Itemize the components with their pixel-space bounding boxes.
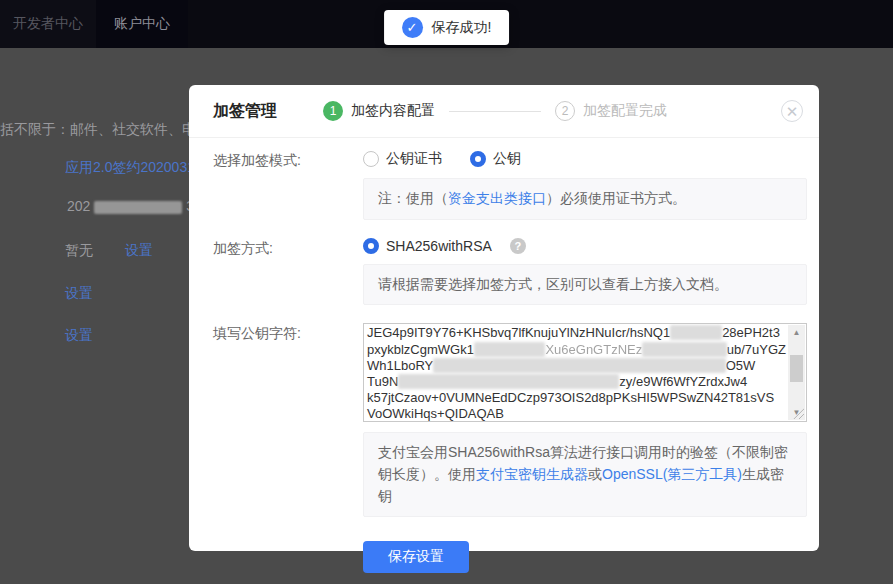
dialog-body: 选择加签模式: 公钥证书 公钥 注：使用（资金支出类接口）必须使用证书方式。 加…	[189, 138, 819, 573]
save-settings-button[interactable]: 保存设置	[363, 541, 469, 573]
mode-note: 注：使用（资金支出类接口）必须使用证书方式。	[363, 178, 807, 220]
dialog-header: 加签管理 1 加签内容配置 2 加签配置完成 ✕	[189, 85, 819, 138]
settings-link-2[interactable]: 设置	[65, 285, 93, 303]
scroll-up-icon[interactable]: ▲	[788, 325, 805, 340]
fund-api-link[interactable]: 资金支出类接口	[448, 190, 546, 206]
step-2-config-done: 2 加签配置完成	[555, 101, 667, 121]
method-row-content: SHA256withRSA ? 请根据需要选择加签方式，区别可以查看上方接入文档…	[363, 238, 807, 306]
radio-dot-sha256[interactable]	[363, 238, 379, 254]
step-1-label: 加签内容配置	[351, 102, 435, 120]
background-masked-number: 20239	[67, 198, 202, 214]
step-1-badge: 1	[323, 101, 343, 121]
key-note-text-2: 或	[588, 466, 602, 482]
textarea-scrollbar[interactable]: ▲ ▼	[788, 325, 805, 420]
help-icon[interactable]: ?	[510, 238, 526, 254]
number-prefix: 202	[67, 198, 90, 214]
method-row-label: 加签方式:	[213, 238, 363, 306]
dialog-title: 加签管理	[213, 101, 277, 122]
radio-sha256withrsa[interactable]: SHA256withRSA	[363, 238, 492, 254]
settings-link-3[interactable]: 设置	[65, 327, 93, 345]
public-key-text: JEG4p9IT9Y76+KHSbvq7lfKnujuYlNzHNuIcr/hs…	[367, 325, 786, 422]
public-key-textarea[interactable]: JEG4p9IT9Y76+KHSbvq7lfKnujuYlNzHNuIcr/hs…	[363, 323, 807, 422]
step-2-badge: 2	[555, 101, 575, 121]
tab-account-center[interactable]: 账户中心	[96, 0, 188, 48]
radio-public-key[interactable]: 公钥	[470, 150, 521, 168]
mode-note-prefix: 注：使用（	[378, 190, 448, 206]
key-row-label: 填写公钥字符:	[213, 323, 363, 517]
step-indicator: 1 加签内容配置 2 加签配置完成	[323, 101, 667, 121]
radio-public-key-cert[interactable]: 公钥证书	[363, 150, 442, 168]
method-note: 请根据需要选择加签方式，区别可以查看上方接入文档。	[363, 264, 807, 306]
signature-management-dialog: 加签管理 1 加签内容配置 2 加签配置完成 ✕ 选择加签模式: 公钥证书	[189, 85, 819, 551]
background-contact-text: 括不限于：邮件、社交软件、电话	[0, 121, 210, 139]
tab-developer-center[interactable]: 开发者中心	[0, 0, 96, 48]
radio-dot-public-key[interactable]	[470, 151, 486, 167]
scrollbar-thumb[interactable]	[790, 355, 803, 382]
key-generator-link[interactable]: 支付宝密钥生成器	[476, 466, 588, 482]
radio-label-cert: 公钥证书	[386, 150, 442, 168]
save-success-toast: ✓ 保存成功!	[384, 10, 510, 45]
check-circle-icon: ✓	[402, 17, 423, 38]
settings-link-1[interactable]: 设置	[125, 242, 153, 258]
none-label: 暂无	[65, 242, 93, 258]
step-connector-line	[449, 111, 541, 112]
openssl-link[interactable]: OpenSSL(第三方工具)	[602, 466, 742, 482]
radio-label-public-key: 公钥	[493, 150, 521, 168]
number-mask	[94, 201, 182, 214]
key-row-content: JEG4p9IT9Y76+KHSbvq7lfKnujuYlNzHNuIcr/hs…	[363, 323, 807, 517]
background-row-none: 暂无 设置	[65, 242, 153, 260]
radio-label-sha256: SHA256withRSA	[386, 238, 492, 254]
toast-message: 保存成功!	[432, 19, 492, 37]
mode-row-content: 公钥证书 公钥 注：使用（资金支出类接口）必须使用证书方式。	[363, 150, 807, 220]
background-contract-link[interactable]: 应用2.0签约20200313	[65, 159, 203, 177]
mode-note-suffix: ）必须使用证书方式。	[546, 190, 686, 206]
close-icon[interactable]: ✕	[781, 100, 803, 122]
mode-row-label: 选择加签模式:	[213, 150, 363, 220]
step-1-content-config: 1 加签内容配置	[323, 101, 435, 121]
step-2-label: 加签配置完成	[583, 102, 667, 120]
radio-dot-cert[interactable]	[363, 151, 379, 167]
key-note: 支付宝会用SHA256withRsa算法进行接口调用时的验签（不限制密钥长度）。…	[363, 432, 807, 517]
